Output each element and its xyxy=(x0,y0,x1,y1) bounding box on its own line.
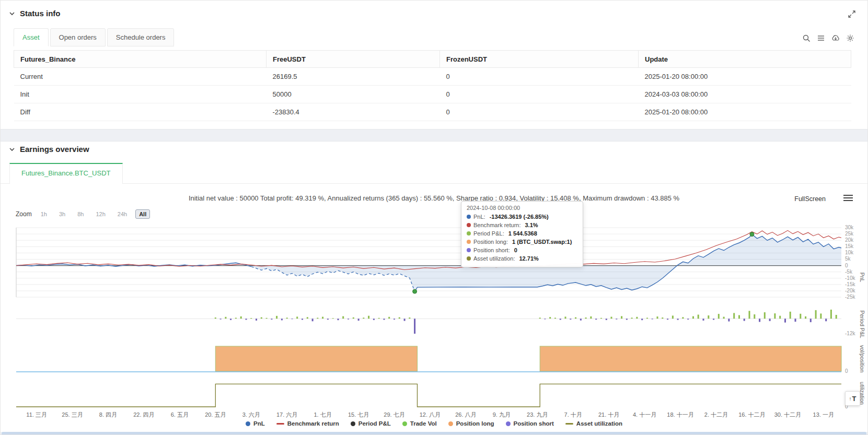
table-cell: 26169.5 xyxy=(267,68,440,86)
tab-schedule-orders[interactable]: Schedule orders xyxy=(107,28,175,46)
series-dot-icon xyxy=(467,231,471,236)
tab-asset[interactable]: Asset xyxy=(14,28,49,46)
series-dot-icon xyxy=(467,240,471,244)
zoom-button-8h[interactable]: 8h xyxy=(74,209,87,219)
svg-text:-20k: -20k xyxy=(845,288,855,293)
scrollbar-thumb[interactable] xyxy=(2,432,866,435)
legend-item-period-p-l[interactable]: Period P&L xyxy=(351,420,391,427)
svg-text:PnL: PnL xyxy=(859,273,865,283)
asset-table: Futures_Binance FreeUSDT FrozenUSDT Upda… xyxy=(14,50,851,121)
svg-text:0: 0 xyxy=(845,263,848,268)
tooltip-row: Position short:0 xyxy=(467,246,577,254)
svg-text:0: 0 xyxy=(845,368,848,374)
table-cell: Init xyxy=(14,86,267,103)
series-dot-icon xyxy=(467,215,471,219)
back-to-top-button[interactable]: ↑T xyxy=(845,391,860,406)
legend-item-asset-utilization[interactable]: Asset utilization xyxy=(565,420,622,427)
status-section-title: Status info xyxy=(20,9,61,18)
trading-dashboard: Status info Asset Open orders Schedule o… xyxy=(0,0,868,435)
table-cell: 0 xyxy=(440,86,639,103)
svg-text:10k: 10k xyxy=(845,250,854,255)
horizontal-scrollbar xyxy=(1,432,867,435)
table-cell: 0 xyxy=(440,68,639,86)
fullscreen-button[interactable]: FullScreen xyxy=(794,195,826,203)
zoom-button-3h[interactable]: 3h xyxy=(55,209,69,219)
table-row-diff: Diff -23830.4 0 2025-01-20 08:00:00 xyxy=(14,103,851,121)
table-cell: 2025-01-20 08:00:00 xyxy=(639,103,851,121)
svg-text:-5k: -5k xyxy=(845,269,853,275)
legend-item-trade-vol[interactable]: Trade Vol xyxy=(402,420,437,427)
status-tabs: Asset Open orders Schedule orders xyxy=(14,28,854,46)
svg-text:20. 五月: 20. 五月 xyxy=(205,412,226,418)
cloud-download-icon[interactable] xyxy=(831,34,840,42)
table-cell: 50000 xyxy=(267,86,440,103)
svg-text:2. 十二月: 2. 十二月 xyxy=(704,412,728,418)
chart-menu-icon[interactable] xyxy=(843,194,853,203)
svg-text:29. 七月: 29. 七月 xyxy=(384,412,404,418)
earnings-chart[interactable]: 30k25k20k15k10k5k0-5k-10k-15k-20k-25kPnL… xyxy=(1,220,868,421)
series-dot-icon xyxy=(467,256,471,261)
tab-futures-binance-btc-usdt[interactable]: Futures_Binance.BTC_USDT xyxy=(9,163,123,184)
svg-text:15. 七月: 15. 七月 xyxy=(348,412,369,418)
tooltip-row: PnL:-13426.3619 (-26.85%) xyxy=(467,213,577,221)
status-toolbar xyxy=(802,34,854,46)
tooltip-row: Benchmark return:3.1% xyxy=(467,221,577,229)
svg-text:-12k: -12k xyxy=(845,331,855,336)
svg-text:25. 三月: 25. 三月 xyxy=(62,412,83,418)
expand-icon[interactable] xyxy=(848,10,857,19)
svg-text:22. 四月: 22. 四月 xyxy=(133,412,154,418)
zoom-button-12h[interactable]: 12h xyxy=(92,209,109,219)
table-row-current: Current 26169.5 0 2025-01-20 08:00:00 xyxy=(14,68,851,86)
table-cell: -23830.4 xyxy=(267,103,440,121)
column-header-frozen-usdt: FrozenUSDT xyxy=(440,51,639,68)
legend-item-benchmark-return[interactable]: Benchmark return xyxy=(276,420,339,427)
chart-legend: PnLBenchmark returnPeriod P&LTrade VolPo… xyxy=(1,420,867,427)
column-header-account: Futures_Binance xyxy=(14,51,267,68)
performance-summary: Initial net value : 50000 Total profit: … xyxy=(1,194,867,202)
tooltip-row: Asset utilization:12.71% xyxy=(467,254,577,263)
legend-circle-icon xyxy=(506,421,511,426)
current-link[interactable]: Current xyxy=(14,68,267,86)
earnings-section-title: Earnings overview xyxy=(20,145,89,154)
legend-circle-icon xyxy=(448,421,453,426)
table-header-row: Futures_Binance FreeUSDT FrozenUSDT Upda… xyxy=(14,51,851,68)
svg-text:12. 八月: 12. 八月 xyxy=(420,412,441,418)
svg-text:18. 十一月: 18. 十一月 xyxy=(667,412,693,418)
column-header-free-usdt: FreeUSDT xyxy=(267,51,440,68)
svg-text:1. 七月: 1. 七月 xyxy=(314,412,332,418)
zoom-button-1h[interactable]: 1h xyxy=(37,209,51,219)
svg-text:-25k: -25k xyxy=(845,294,855,300)
zoom-controls: Zoom 1h3h8h12h24hAll xyxy=(16,209,150,219)
list-icon[interactable] xyxy=(817,34,825,42)
table-cell: 2025-01-20 08:00:00 xyxy=(639,68,851,86)
svg-text:11. 三月: 11. 三月 xyxy=(26,412,47,418)
column-header-update: Update xyxy=(639,51,851,68)
svg-text:5k: 5k xyxy=(845,256,851,262)
svg-text:23. 九月: 23. 九月 xyxy=(527,412,548,418)
gear-icon[interactable] xyxy=(846,34,854,42)
legend-item-position-long[interactable]: Position long xyxy=(448,420,494,427)
zoom-button-all[interactable]: All xyxy=(135,209,150,219)
svg-text:7. 十月: 7. 十月 xyxy=(564,412,582,418)
search-icon[interactable] xyxy=(802,34,811,42)
table-cell: 0 xyxy=(440,103,639,121)
legend-circle-icon xyxy=(351,421,355,426)
legend-line-icon xyxy=(565,423,573,425)
svg-text:6. 五月: 6. 五月 xyxy=(171,412,189,418)
collapse-status-chevron-icon[interactable] xyxy=(9,10,15,17)
up-arrow-icon: ↑ xyxy=(849,396,852,402)
svg-text:9. 九月: 9. 九月 xyxy=(493,412,511,418)
status-section-header: Status info xyxy=(9,9,61,18)
tab-open-orders[interactable]: Open orders xyxy=(50,28,106,46)
legend-item-position-short[interactable]: Position short xyxy=(506,420,554,427)
zoom-button-24h[interactable]: 24h xyxy=(114,209,131,219)
collapse-earnings-chevron-icon[interactable] xyxy=(9,146,15,152)
tooltip-timestamp: 2024-10-08 00:00:00 xyxy=(467,205,577,211)
legend-circle-icon xyxy=(402,421,407,426)
svg-text:vol/position: vol/position xyxy=(859,345,865,373)
svg-text:20k: 20k xyxy=(845,237,854,243)
svg-text:-15k: -15k xyxy=(845,281,855,287)
svg-text:13. 一月: 13. 一月 xyxy=(813,412,834,418)
series-dot-icon xyxy=(467,248,471,252)
legend-item-pnl[interactable]: PnL xyxy=(246,420,265,427)
